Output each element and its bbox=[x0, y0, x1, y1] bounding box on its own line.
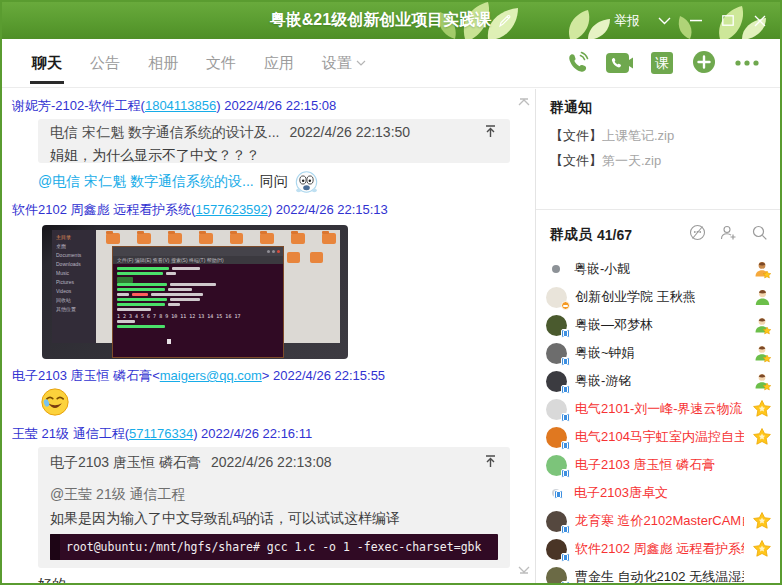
member-badge-icon bbox=[752, 539, 772, 559]
member-avatar bbox=[546, 539, 567, 560]
group-notice-title[interactable]: 群通知 bbox=[550, 99, 770, 123]
terminal-command-image[interactable]: root@ubuntu:/mnt/hgfs/share# gcc 1.c -o … bbox=[50, 534, 498, 560]
mention-link[interactable]: @电信 宋仁魁 数字通信系统的设... bbox=[38, 173, 254, 191]
member-name: 电子2103 唐玉恒 磷石膏 bbox=[575, 456, 744, 474]
voice-call-icon[interactable] bbox=[565, 51, 589, 75]
member-avatar bbox=[546, 315, 567, 336]
tab-settings[interactable]: 设置 bbox=[308, 39, 380, 87]
member-row[interactable]: 曹金生 自动化2102 无线温湿采集 bbox=[546, 563, 780, 583]
sender-qq-link[interactable]: 571176334 bbox=[129, 426, 193, 441]
group-file-item[interactable]: 【文件】第一天.zip bbox=[550, 148, 770, 173]
member-badge-icon bbox=[752, 427, 772, 447]
search-member-icon[interactable] bbox=[751, 224, 768, 245]
member-row[interactable]: 电子2103 唐玉恒 磷石膏 bbox=[546, 451, 780, 479]
message-sender-line: 软件2102 周鑫彪 远程看护系统(1577623592) 2022/4/26 … bbox=[12, 201, 535, 219]
close-button[interactable] bbox=[746, 8, 774, 34]
member-name: 软件2102 周鑫彪 远程看护系统 bbox=[575, 540, 744, 558]
member-avatar bbox=[546, 399, 567, 420]
message-sender-line: 谢妮芳-2102-软件工程(1804113856) 2022/4/26 22:1… bbox=[12, 97, 535, 115]
report-button[interactable]: 举报 bbox=[608, 12, 646, 30]
chevron-down-icon bbox=[356, 60, 366, 66]
chat-message-area: 谢妮芳-2102-软件工程(1804113856) 2022/4/26 22:1… bbox=[2, 89, 535, 583]
member-name: 龙育寒 造价2102MasterCAM自 bbox=[575, 512, 744, 530]
tab-apps[interactable]: 应用 bbox=[250, 39, 308, 87]
terminal-numbers-line: 1 2 3 4 5 6 7 8 9 10 11 12 13 14 15 16 1… bbox=[117, 313, 279, 319]
invite-member-icon[interactable] bbox=[720, 224, 737, 245]
member-avatar bbox=[546, 287, 567, 308]
message-time: 2022/4/26 22:15:08 bbox=[224, 98, 336, 113]
member-name: 粤嵌-小靓 bbox=[574, 260, 744, 278]
scroll-up-icon[interactable] bbox=[517, 93, 531, 111]
member-row[interactable]: 粤嵌~钟娟 bbox=[546, 339, 780, 367]
tab-chat[interactable]: 聊天 bbox=[18, 39, 76, 87]
member-name: 曹金生 自动化2102 无线温湿采集 bbox=[575, 568, 744, 583]
tabbar: 聊天 公告 相册 文件 应用 设置 bbox=[2, 39, 780, 88]
member-row[interactable]: 电气2104马宇虹室内温控自主调 bbox=[546, 423, 780, 451]
jump-to-message-icon[interactable] bbox=[483, 454, 498, 472]
laugh-cry-emoji-icon bbox=[40, 387, 70, 417]
ubuntu-launcher: 主目录桌面DocumentsDownloadsMusicPicturesVide… bbox=[52, 230, 96, 343]
mention-text: @王莹 21级 通信工程 bbox=[50, 486, 498, 504]
tab-announcement[interactable]: 公告 bbox=[76, 39, 134, 87]
member-badge-icon bbox=[752, 315, 772, 335]
tab-album[interactable]: 相册 bbox=[134, 39, 192, 87]
member-name: 电气2104马宇虹室内温控自主调 bbox=[575, 428, 744, 446]
reply-quote-box: 电信 宋仁魁 数字通信系统的设计及... 2022/4/26 22:13:50 … bbox=[38, 119, 510, 163]
member-badge-icon bbox=[752, 343, 772, 363]
member-list: 粤嵌-小靓 创新创业学院 王秋燕 粤嵌—邓梦林 粤嵌~钟娟 粤嵌-游铭 电气21… bbox=[536, 255, 780, 583]
message-time: 2022/4/26 22:16:11 bbox=[201, 426, 312, 441]
scroll-down-icon[interactable] bbox=[517, 561, 531, 579]
member-avatar bbox=[552, 489, 560, 497]
anonymous-chat-icon[interactable] bbox=[689, 224, 706, 245]
member-name: 粤嵌—邓梦林 bbox=[575, 316, 744, 334]
sender-name: 谢妮芳-2102-软件工程 bbox=[12, 98, 141, 113]
message-content: @电信 宋仁魁 数字通信系统的设... 同问 bbox=[38, 169, 535, 195]
more-icon[interactable] bbox=[734, 59, 760, 67]
add-icon[interactable] bbox=[691, 50, 717, 76]
group-sidebar: 群通知 【文件】上课笔记.zip 【文件】第一天.zip 群成员 41/67 bbox=[536, 89, 780, 583]
member-row[interactable]: 粤嵌-小靓 bbox=[546, 255, 780, 283]
member-avatar bbox=[546, 343, 567, 364]
minimize-button[interactable] bbox=[682, 8, 710, 34]
jump-to-message-icon[interactable] bbox=[483, 124, 498, 142]
quoted-message-text: 电子2103 唐玉恒 磷石膏 bbox=[50, 454, 201, 472]
member-badge-icon bbox=[752, 483, 772, 503]
quoted-message-time: 2022/4/26 22:13:08 bbox=[211, 454, 332, 470]
terminal-menu: 文件(F) 编辑(E) 查看(V) 搜索(S) 终端(T) 帮助(H) bbox=[113, 256, 283, 264]
member-row[interactable]: 龙育寒 造价2102MasterCAM自 bbox=[546, 507, 780, 535]
video-call-icon[interactable] bbox=[606, 52, 633, 74]
window-title: 粤嵌&21级创新创业项目实践课 bbox=[270, 10, 491, 31]
sender-qq-link[interactable]: 1804113856 bbox=[145, 98, 216, 113]
class-icon[interactable]: 课 bbox=[650, 51, 674, 75]
members-title: 群成员 bbox=[550, 226, 592, 244]
member-row[interactable]: 电气2101-刘一峰-界速云物流 bbox=[546, 395, 780, 423]
member-avatar bbox=[546, 567, 567, 584]
sender-qq-link[interactable]: 1577623592 bbox=[196, 202, 268, 217]
member-avatar bbox=[546, 427, 567, 448]
sender-name: 王莹 21级 通信工程 bbox=[12, 426, 125, 441]
reply-text: 如果是因为输入了中文导致乱码的话，可以试试这样编译 bbox=[50, 510, 498, 528]
tab-files[interactable]: 文件 bbox=[192, 39, 250, 87]
member-row[interactable]: 粤嵌-游铭 bbox=[546, 367, 780, 395]
message-sender-line: 王莹 21级 通信工程(571176334) 2022/4/26 22:16:1… bbox=[12, 425, 535, 443]
maximize-button[interactable] bbox=[714, 8, 742, 34]
member-row[interactable]: 粤嵌—邓梦林 bbox=[546, 311, 780, 339]
member-avatar bbox=[552, 265, 560, 273]
member-badge-icon bbox=[752, 399, 772, 419]
member-badge-icon bbox=[752, 455, 772, 475]
member-avatar bbox=[546, 455, 567, 476]
chat-image-ubuntu-screenshot[interactable]: 主目录桌面DocumentsDownloadsMusicPicturesVide… bbox=[42, 225, 348, 359]
member-name: 粤嵌-游铭 bbox=[575, 372, 744, 390]
member-row[interactable]: 软件2102 周鑫彪 远程看护系统 bbox=[546, 535, 780, 563]
member-row[interactable]: 电子2103唐卓文 bbox=[546, 479, 780, 507]
message-sender-line: 电子2103 唐玉恒 磷石膏<maigers@qq.com> 2022/4/26… bbox=[12, 367, 535, 385]
edit-title-icon[interactable] bbox=[498, 14, 512, 28]
group-file-item[interactable]: 【文件】上课笔记.zip bbox=[550, 123, 770, 148]
reply-text: 娟姐，为什么显示不了中文？？？ bbox=[50, 147, 498, 165]
quoted-message-text: 电信 宋仁魁 数字通信系统的设计及... bbox=[50, 124, 279, 142]
member-name: 电子2103唐卓文 bbox=[574, 484, 744, 502]
shocked-emoji-icon bbox=[294, 170, 319, 195]
member-row[interactable]: 创新创业学院 王秋燕 bbox=[546, 283, 780, 311]
chevron-down-icon[interactable] bbox=[650, 8, 678, 34]
sender-email-link[interactable]: maigers@qq.com bbox=[160, 368, 262, 383]
